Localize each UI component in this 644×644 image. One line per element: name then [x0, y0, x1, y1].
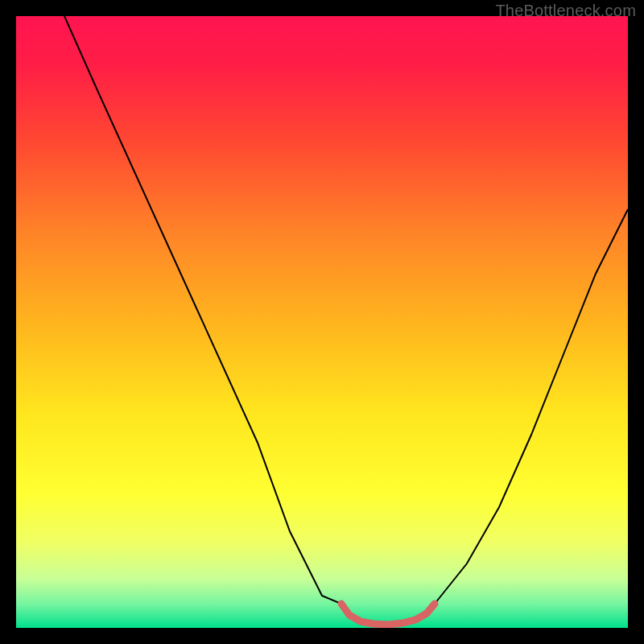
chart-frame: TheBottleneck.com: [0, 0, 644, 644]
plot-area: [16, 16, 628, 628]
bottleneck-curve-chart: [16, 16, 628, 628]
watermark-text: TheBottleneck.com: [495, 2, 636, 20]
gradient-background: [16, 16, 628, 628]
